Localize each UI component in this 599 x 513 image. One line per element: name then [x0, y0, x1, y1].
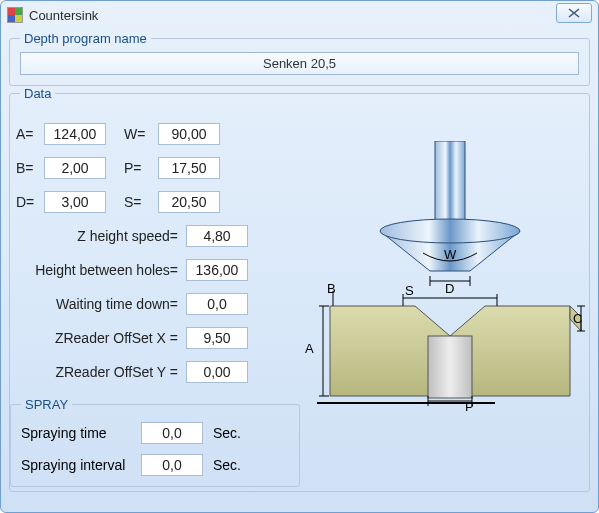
spray-group: SPRAY Spraying time Sec. Spraying interv…	[10, 397, 300, 487]
input-spraying-time[interactable]	[141, 422, 203, 444]
input-zreader-offset-y[interactable]	[186, 361, 248, 383]
label-a: A=	[16, 126, 44, 142]
label-zreader-offset-x: ZReader OffSet X =	[16, 330, 186, 346]
svg-rect-7	[428, 336, 472, 398]
input-spraying-interval[interactable]	[141, 454, 203, 476]
depth-program-value: Senken 20,5	[20, 52, 579, 75]
countersink-diagram: A B C D P S W	[305, 141, 585, 421]
input-zreader-offset-x[interactable]	[186, 327, 248, 349]
svg-rect-2	[435, 141, 465, 221]
diagram-label-p: P	[465, 399, 474, 414]
input-a[interactable]	[44, 123, 106, 145]
label-spraying-time: Spraying time	[21, 425, 141, 441]
input-s[interactable]	[158, 191, 220, 213]
label-w: W=	[124, 126, 158, 142]
diagram-label-c: C	[573, 311, 582, 326]
depth-program-group: Depth program name Senken 20,5	[9, 31, 590, 86]
input-p[interactable]	[158, 157, 220, 179]
close-button[interactable]	[556, 3, 592, 23]
app-icon	[7, 7, 23, 23]
label-p: P=	[124, 160, 158, 176]
label-height-between-holes: Height between holes=	[16, 262, 186, 278]
label-zreader-offset-y: ZReader OffSet Y =	[16, 364, 186, 380]
unit-spraying-time: Sec.	[213, 425, 241, 441]
svg-point-3	[380, 219, 520, 243]
input-z-height-speed[interactable]	[186, 225, 248, 247]
input-waiting-time-down[interactable]	[186, 293, 248, 315]
data-group: Data A= W= B= P= D= S=	[9, 86, 590, 492]
titlebar: Countersink	[1, 1, 598, 29]
input-b[interactable]	[44, 157, 106, 179]
input-w[interactable]	[158, 123, 220, 145]
spray-legend: SPRAY	[21, 397, 72, 412]
diagram-label-s: S	[405, 283, 414, 298]
diagram-label-w: W	[444, 247, 456, 262]
label-waiting-time-down: Waiting time down=	[16, 296, 186, 312]
data-legend: Data	[20, 86, 55, 101]
diagram-label-a: A	[305, 341, 314, 356]
window-frame: Countersink Depth program name Senken 20…	[0, 0, 599, 513]
label-b: B=	[16, 160, 44, 176]
input-d[interactable]	[44, 191, 106, 213]
diagram-label-b: B	[327, 281, 336, 296]
window-title: Countersink	[29, 8, 556, 23]
diagram-label-d: D	[445, 281, 454, 296]
label-z-height-speed: Z height speed=	[16, 228, 186, 244]
depth-program-legend: Depth program name	[20, 31, 151, 46]
unit-spraying-interval: Sec.	[213, 457, 241, 473]
label-s: S=	[124, 194, 158, 210]
close-icon	[568, 8, 580, 18]
input-height-between-holes[interactable]	[186, 259, 248, 281]
label-d: D=	[16, 194, 44, 210]
label-spraying-interval: Spraying interval	[21, 457, 141, 473]
